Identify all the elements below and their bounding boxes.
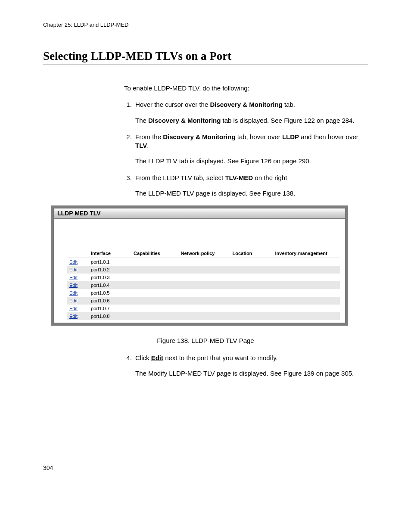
tlv-table: Interface Capabilities Network-policy Lo… xyxy=(67,249,340,320)
step-2-text: From the Discovery & Monitoring tab, hov… xyxy=(135,133,358,149)
edit-link[interactable]: Edit xyxy=(69,290,78,296)
cell-interface: port1.0.7 xyxy=(88,305,131,312)
edit-link[interactable]: Edit xyxy=(69,259,78,264)
cell-capabilities xyxy=(131,258,178,266)
step-3: From the LLDP TLV tab, select TLV-MED on… xyxy=(134,174,368,198)
step-4: Click Edit next to the port that you wan… xyxy=(134,354,368,378)
step-3-text: From the LLDP TLV tab, select TLV-MED on… xyxy=(135,174,287,181)
table-row: Edit port1.0.3 xyxy=(67,274,340,281)
text-bold: Discovery & Monitoring xyxy=(148,117,221,124)
table-row: Edit port1.0.6 xyxy=(67,297,340,305)
edit-link[interactable]: Edit xyxy=(69,314,78,319)
step-1: Hover the cursor over the Discovery & Mo… xyxy=(134,100,368,125)
col-header-inventory: Inventory-management xyxy=(273,249,340,258)
step-2-sub: The LLDP TLV tab is displayed. See Figur… xyxy=(135,157,368,165)
table-row: Edit port1.0.8 xyxy=(67,312,340,320)
col-header-blank xyxy=(67,249,88,258)
text-fragment: tab, hover over xyxy=(236,133,282,140)
cell-interface: port1.0.6 xyxy=(88,297,131,305)
cell-interface: port1.0.8 xyxy=(88,312,131,320)
text-fragment: . xyxy=(147,142,149,149)
edit-link[interactable]: Edit xyxy=(69,267,78,272)
text-fragment: Hover the cursor over the xyxy=(135,101,210,108)
col-header-interface: Interface xyxy=(88,249,131,258)
cell-network-policy xyxy=(178,258,230,266)
chapter-header: Chapter 25: LLDP and LLDP-MED xyxy=(43,22,368,28)
cell-interface: port1.0.1 xyxy=(88,258,131,266)
panel-frame: LLDP MED TLV Interface Capabilities Netw… xyxy=(51,205,348,326)
cell-location xyxy=(230,258,272,266)
col-header-capabilities: Capabilities xyxy=(131,249,178,258)
step-2: From the Discovery & Monitoring tab, hov… xyxy=(134,133,368,166)
text-fragment: From the LLDP TLV tab, select xyxy=(135,174,225,181)
table-row: Edit port1.0.4 xyxy=(67,281,340,289)
steps-list: Hover the cursor over the Discovery & Mo… xyxy=(124,100,368,198)
panel-titlebar: LLDP MED TLV xyxy=(53,208,346,219)
text-fragment: Click xyxy=(135,354,151,361)
col-header-network-policy: Network-policy xyxy=(178,249,230,258)
text-fragment: tab. xyxy=(283,101,295,108)
table-row: Edit port1.0.1 xyxy=(67,258,340,266)
step-4-sub: The Modify LLDP-MED TLV page is displaye… xyxy=(135,369,368,378)
steps-list-continued: Click Edit next to the port that you wan… xyxy=(124,354,368,378)
text-bold: Discovery & Monitoring xyxy=(163,133,235,140)
text-fragment: The xyxy=(135,117,148,124)
cell-interface: port1.0.2 xyxy=(88,266,131,274)
step-3-sub: The LLDP-MED TLV page is displayed. See … xyxy=(135,189,368,198)
text-fragment: From the xyxy=(135,133,163,140)
cell-inventory xyxy=(273,258,340,266)
page-number: 304 xyxy=(43,464,368,471)
text-fragment: on the right xyxy=(253,174,287,181)
cell-interface: port1.0.3 xyxy=(88,274,131,281)
table-row: Edit port1.0.5 xyxy=(67,289,340,297)
step-4-text: Click Edit next to the port that you wan… xyxy=(135,354,278,361)
text-bold-underline: Edit xyxy=(151,354,163,361)
section-title: Selecting LLDP-MED TLVs on a Port xyxy=(43,50,368,65)
text-fragment: next to the port that you want to modify… xyxy=(163,354,278,361)
cell-interface: port1.0.4 xyxy=(88,281,131,289)
text-bold: TLV-MED xyxy=(225,174,253,181)
text-bold: LLDP xyxy=(282,133,299,140)
edit-link[interactable]: Edit xyxy=(69,306,78,311)
text-bold: TLV xyxy=(135,142,147,149)
step-1-sub: The Discovery & Monitoring tab is displa… xyxy=(135,116,368,125)
edit-link[interactable]: Edit xyxy=(69,275,78,280)
panel-body: Interface Capabilities Network-policy Lo… xyxy=(53,219,346,323)
text-fragment: and then hover over xyxy=(299,133,358,140)
edit-link[interactable]: Edit xyxy=(69,298,78,303)
text-bold: Discovery & Monitoring xyxy=(210,101,282,108)
text-fragment: tab is displayed. See Figure 122 on page… xyxy=(221,117,354,124)
intro-text: To enable LLDP-MED TLV, do the following… xyxy=(124,84,368,93)
edit-link[interactable]: Edit xyxy=(69,283,78,288)
figure-138: LLDP MED TLV Interface Capabilities Netw… xyxy=(51,205,368,326)
col-header-location: Location xyxy=(230,249,272,258)
cell-interface: port1.0.5 xyxy=(88,289,131,297)
table-row: Edit port1.0.2 xyxy=(67,266,340,274)
table-header-row: Interface Capabilities Network-policy Lo… xyxy=(67,249,340,258)
figure-caption: Figure 138. LLDP-MED TLV Page xyxy=(82,337,329,344)
table-row: Edit port1.0.7 xyxy=(67,305,340,312)
step-1-text: Hover the cursor over the Discovery & Mo… xyxy=(135,101,295,108)
